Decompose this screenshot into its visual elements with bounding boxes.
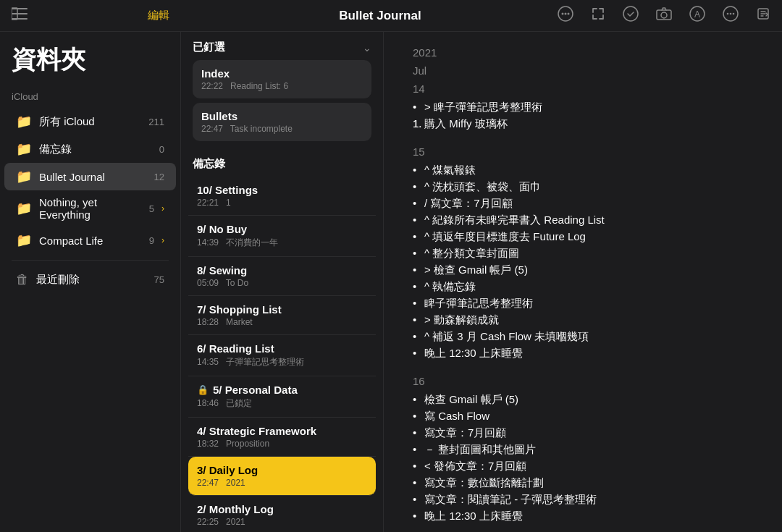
list-item: < 發佈文章：7月回顧	[413, 460, 753, 473]
list-item: > 動森解鎖成就	[413, 313, 753, 327]
folder-icon: 📁	[16, 200, 32, 216]
content-list-16: 檢查 Gmail 帳戶 (5) 寫 Cash Flow 寫文章：7月回顧 － 整…	[413, 393, 753, 523]
svg-text:A: A	[694, 9, 700, 20]
sidebar-item-trash-label: 最近刪除	[36, 273, 147, 287]
note-title: 3/ Daily Log	[197, 464, 367, 476]
sidebar-item-count: 12	[154, 172, 164, 182]
sidebar-item-nothing-yet[interactable]: 📁 Nothing, yet Everything 5 ›	[4, 190, 176, 227]
svg-point-16	[733, 13, 735, 15]
content-month: Jul	[413, 64, 753, 77]
content-list-14: > 睥子彈筆記思考整理術 1.購入 Miffy 玻璃杯	[413, 101, 753, 131]
edit-button[interactable]: 編輯	[148, 9, 169, 22]
note-meta: 18:46 已鎖定	[197, 397, 367, 410]
more-options-icon[interactable]	[558, 6, 573, 25]
compose-icon[interactable]	[756, 7, 770, 25]
sidebar-item-label: Nothing, yet Everything	[39, 196, 142, 221]
expand-icon[interactable]	[591, 7, 605, 25]
svg-point-14	[727, 13, 729, 15]
sidebar-item-count: 0	[159, 144, 164, 155]
note-reading[interactable]: 6/ Reading List 14:35 子彈筆記思考整理術	[188, 335, 376, 376]
note-title: 9/ No Buy	[197, 223, 367, 235]
chevron-right-icon: ›	[161, 235, 164, 245]
list-item: ^ 洗枕頭套、被袋、面巾	[413, 180, 753, 194]
note-title: 6/ Reading List	[197, 342, 367, 355]
sidebar-toggle-icon[interactable]	[12, 7, 28, 24]
pinned-label: 已釘選	[193, 41, 225, 54]
pinned-item-meta: 22:47 Task incomplete	[201, 124, 363, 134]
sidebar-item-label: 備忘錄	[39, 143, 152, 156]
note-settings[interactable]: 10/ Settings 22:21 1	[188, 177, 376, 216]
note-strategic[interactable]: 4/ Strategic Framework 18:32 Proposition	[188, 418, 376, 457]
sidebar-item-label: Compact Life	[39, 235, 142, 247]
more-icon[interactable]	[723, 6, 739, 25]
content-year: 2021	[413, 46, 753, 59]
pinned-item-index[interactable]: Index 22:22 Reading List: 6	[193, 60, 371, 98]
camera-icon[interactable]	[656, 7, 672, 24]
sidebar-item-compact-life[interactable]: 📁 Compact Life 9 ›	[4, 227, 176, 254]
note-sewing[interactable]: 8/ Sewing 05:09 To Do	[188, 257, 376, 296]
sidebar-item-trash[interactable]: 🗑 最近刪除 75	[4, 266, 176, 293]
sidebar-item-count: 211	[148, 117, 164, 127]
note-title: 7/ Shopping List	[197, 303, 367, 316]
list-item: 晚上 12:30 上床睡覺	[413, 510, 753, 523]
note-title: 2/ Monthly Log	[197, 503, 367, 515]
sidebar-item-notes[interactable]: 📁 備忘錄 0	[4, 135, 176, 163]
list-item: ^ 執備忘錄	[413, 280, 753, 294]
chevron-down-icon[interactable]: ⌄	[363, 42, 371, 54]
checkmark-icon[interactable]	[623, 6, 639, 25]
notes-section-label: 備忘錄	[181, 151, 383, 177]
folder-icon: 📁	[16, 141, 32, 157]
top-bar-left: 編輯	[0, 7, 181, 24]
list-item: ^ 煤氣報錶	[413, 164, 753, 177]
list-item: 1.購入 Miffy 玻璃杯	[413, 117, 753, 131]
folder-icon: 📁	[16, 114, 32, 130]
svg-point-6	[565, 13, 567, 15]
note-daily-log[interactable]: 3/ Daily Log 22:47 2021	[188, 457, 376, 496]
pinned-item-title: Index	[201, 67, 363, 80]
svg-point-8	[623, 7, 638, 21]
list-item: 晚上 12:30 上床睡覺	[413, 347, 753, 360]
note-meta: 14:35 子彈筆記思考整理術	[197, 356, 367, 368]
sidebar-item-bullet-journal[interactable]: 📁 Bullet Journal 12	[4, 163, 176, 190]
sidebar-item-label: 所有 iCloud	[39, 115, 141, 129]
content-section-16: 16 檢查 Gmail 帳戶 (5) 寫 Cash Flow 寫文章：7月回顧 …	[413, 375, 753, 523]
top-bar-center: Bullet Journal	[181, 9, 579, 23]
notes-list: 10/ Settings 22:21 1 9/ No Buy 14:39 不消費…	[181, 177, 383, 532]
sidebar-item-count: 9	[149, 235, 154, 246]
note-personal-data[interactable]: 🔒 5/ Personal Data 18:46 已鎖定	[188, 376, 376, 418]
circle-a-icon[interactable]: A	[689, 6, 705, 25]
pinned-item-meta: 22:22 Reading List: 6	[201, 81, 363, 91]
content-section-14: 14 > 睥子彈筆記思考整理術 1.購入 Miffy 玻璃杯	[413, 83, 753, 131]
sidebar-item-all-icloud[interactable]: 📁 所有 iCloud 211	[4, 108, 176, 135]
content-day: 16	[413, 375, 753, 387]
note-meta: 22:25 2021	[197, 517, 367, 527]
note-meta: 22:47 2021	[197, 478, 367, 488]
chevron-right-icon: ›	[161, 203, 164, 214]
list-item: / 寫文章：7月回顧	[413, 197, 753, 211]
list-item: ^ 填返年度目標進度去 Future Log	[413, 230, 753, 244]
list-item: > 檢查 Gmail 帳戶 (5)	[413, 263, 753, 277]
pinned-item-bullets[interactable]: Bullets 22:47 Task incomplete	[193, 103, 371, 141]
note-monthly[interactable]: 2/ Monthly Log 22:25 2021	[188, 496, 376, 532]
note-shopping[interactable]: 7/ Shopping List 18:28 Market	[188, 296, 376, 335]
note-title: 8/ Sewing	[197, 264, 367, 276]
note-no-buy[interactable]: 9/ No Buy 14:39 不消費的一年	[188, 216, 376, 257]
main-content: 資料夾 iCloud 📁 所有 iCloud 211 📁 備忘錄 0 📁 Bul…	[0, 32, 782, 532]
folder-icon: 📁	[16, 232, 32, 248]
list-item: > 睥子彈筆記思考整理術	[413, 101, 753, 114]
svg-rect-1	[12, 13, 28, 14]
note-meta: 14:39 不消費的一年	[197, 237, 367, 249]
sidebar-item-count: 5	[149, 203, 154, 214]
sidebar-item-label: Bullet Journal	[39, 171, 147, 183]
list-item: ^ 紀錄所有未睥完畢書入 Reading List	[413, 214, 753, 227]
list-item: － 整封面圖和其他圖片	[413, 443, 753, 457]
note-meta: 18:32 Proposition	[197, 439, 367, 449]
svg-point-10	[661, 12, 667, 18]
top-bar-right: A	[579, 6, 782, 25]
list-item: ^ 整分類文章封面圖	[413, 247, 753, 261]
content-list-15: ^ 煤氣報錶 ^ 洗枕頭套、被袋、面巾 / 寫文章：7月回顧 ^ 紀錄所有未睥完…	[413, 164, 753, 360]
pinned-item-title: Bullets	[201, 110, 363, 122]
svg-point-15	[730, 13, 732, 15]
note-title: 10/ Settings	[197, 184, 367, 196]
list-item: 睥子彈筆記思考整理術	[413, 297, 753, 311]
